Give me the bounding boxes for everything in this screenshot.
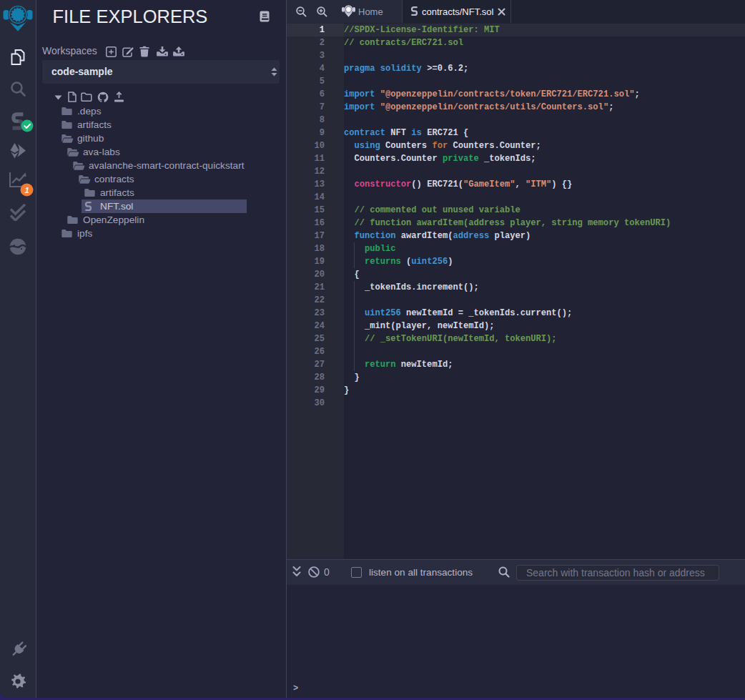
svg-text:1: 1 <box>24 186 29 194</box>
